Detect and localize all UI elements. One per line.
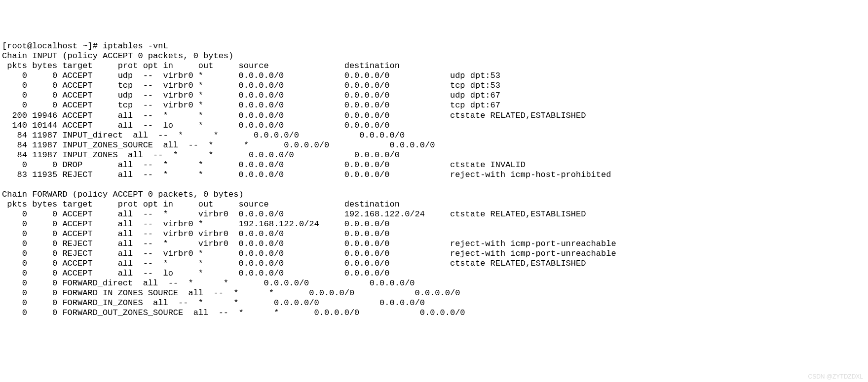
forward-rule: 0 0 ACCEPT all -- virbr0 * 192.168.122.0… [2,219,445,229]
chain-forward-policy: Chain FORWARD (policy ACCEPT 0 packets, … [2,190,244,199]
chain-forward-header: pkts bytes target prot opt in out source… [2,200,445,209]
input-rule: 0 0 ACCEPT tcp -- virbr0 * 0.0.0.0/0 0.0… [2,81,500,90]
input-rule: 0 0 ACCEPT tcp -- virbr0 * 0.0.0.0/0 0.0… [2,101,500,110]
forward-rule: 0 0 ACCEPT all -- * virbr0 0.0.0.0/0 192… [2,209,586,219]
chain-input-policy: Chain INPUT (policy ACCEPT 0 packets, 0 … [2,51,233,61]
forward-rule: 0 0 ACCEPT all -- lo * 0.0.0.0/0 0.0.0.0… [2,269,445,278]
forward-rule: 0 0 FORWARD_IN_ZONES_SOURCE all -- * * 0… [2,288,516,298]
forward-rule: 0 0 REJECT all -- * virbr0 0.0.0.0/0 0.0… [2,239,616,248]
input-rule: 200 19946 ACCEPT all -- * * 0.0.0.0/0 0.… [2,111,586,120]
forward-rule: 0 0 FORWARD_OUT_ZONES_SOURCE all -- * * … [2,308,521,317]
input-rule: 83 11935 REJECT all -- * * 0.0.0.0/0 0.0… [2,170,611,179]
forward-rule: 0 0 REJECT all -- virbr0 * 0.0.0.0/0 0.0… [2,249,616,258]
forward-rule: 0 0 FORWARD_IN_ZONES all -- * * 0.0.0.0/… [2,298,480,308]
input-rule: 84 11987 INPUT_ZONES_SOURCE all -- * * 0… [2,140,491,150]
input-rule: 0 0 ACCEPT udp -- virbr0 * 0.0.0.0/0 0.0… [2,91,500,100]
forward-rule: 0 0 ACCEPT all -- virbr0 virbr0 0.0.0.0/… [2,229,445,239]
input-rule: 84 11987 INPUT_direct all -- * * 0.0.0.0… [2,131,460,140]
forward-rule: 0 0 FORWARD_direct all -- * * 0.0.0.0/0 … [2,278,470,288]
terminal-output: [root@localhost ~]# iptables -vnL Chain … [2,41,866,318]
forward-rule: 0 0 ACCEPT all -- * * 0.0.0.0/0 0.0.0.0/… [2,259,586,268]
input-rule: 140 10144 ACCEPT all -- lo * 0.0.0.0/0 0… [2,121,445,130]
watermark-text: CSDN @ZYTDZDXL [808,373,863,380]
chain-input-header: pkts bytes target prot opt in out source… [2,61,445,70]
input-rule: 84 11987 INPUT_ZONES all -- * * 0.0.0.0/… [2,150,455,160]
input-rule: 0 0 ACCEPT udp -- virbr0 * 0.0.0.0/0 0.0… [2,71,500,80]
shell-prompt-line: [root@localhost ~]# iptables -vnL [2,41,168,51]
input-rule: 0 0 DROP all -- * * 0.0.0.0/0 0.0.0.0/0 … [2,160,526,170]
